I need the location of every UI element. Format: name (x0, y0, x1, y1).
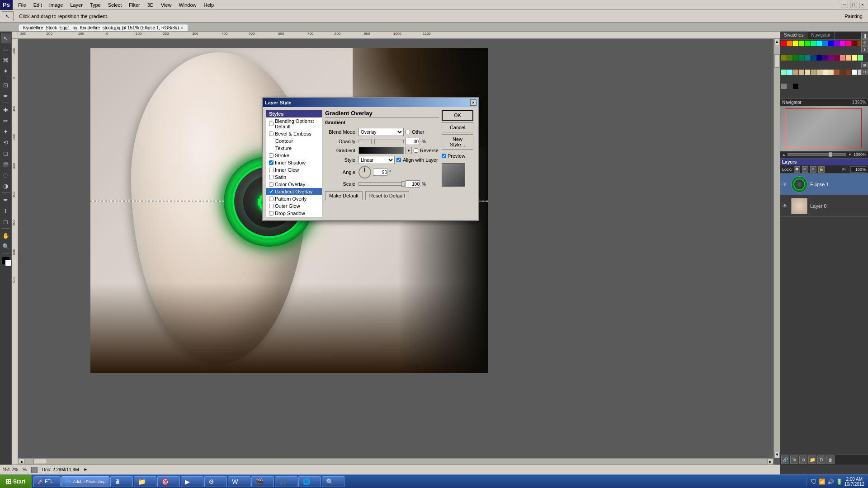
style-item-bevel[interactable]: Bevel & Emboss (266, 130, 322, 137)
taskbar-item-7[interactable]: ⚙ (204, 476, 227, 487)
taskbar-item-ps[interactable]: Ps Adobe Photoshop (61, 476, 109, 487)
swatch-khaki[interactable] (811, 70, 816, 75)
swatch-dark-teal[interactable] (805, 55, 810, 61)
swatch-green[interactable] (805, 41, 810, 46)
style-item-color-overlay[interactable]: Color Overlay (266, 181, 322, 188)
swatch-pink[interactable] (846, 41, 851, 46)
layers-icon-style[interactable]: fx (790, 455, 798, 464)
style-item-gradient-overlay[interactable]: Gradient Overlay (266, 188, 322, 195)
tab-close-button[interactable]: × (181, 26, 183, 30)
menu-help[interactable]: Help (200, 1, 218, 9)
align-layer-checkbox[interactable] (396, 158, 401, 162)
swatch-wine[interactable] (834, 55, 840, 61)
dialog-close-button[interactable]: × (470, 99, 476, 106)
menu-layer[interactable]: Layer (66, 1, 86, 9)
swatch-sand[interactable] (816, 70, 822, 75)
start-button[interactable]: ⊞ Start (0, 475, 32, 488)
swatch-sea-green[interactable] (799, 55, 804, 61)
swatch-red[interactable] (781, 41, 787, 46)
taskbar-item-10[interactable]: 🎵 (275, 476, 297, 487)
style-item-stroke[interactable]: Stroke (266, 152, 322, 159)
minimize-button[interactable]: ─ (841, 2, 848, 8)
taskbar-item-ftl[interactable]: 🚀 FTL (33, 476, 61, 487)
scale-slider-track[interactable] (359, 182, 404, 186)
tool-eyedropper[interactable]: ✒ (1, 91, 11, 101)
tool-heal[interactable]: ✚ (1, 105, 11, 115)
inner-shadow-checkbox[interactable] (269, 160, 274, 165)
style-item-inner-glow[interactable]: Inner Glow (266, 166, 322, 174)
tool-move[interactable]: ↖ (2, 11, 14, 21)
swatch-light-cyan[interactable] (787, 70, 793, 75)
swatch-sienna[interactable] (834, 70, 840, 75)
swatch-skin[interactable] (799, 70, 804, 75)
style-item-pattern-overlay[interactable]: Pattern Overly (266, 195, 322, 202)
taskbar-item-5[interactable]: 🎯 (157, 476, 180, 487)
lock-position[interactable]: ✦ (810, 166, 816, 173)
layers-icon-new[interactable]: 🗋 (817, 455, 826, 464)
fill-value-input[interactable]: 100% (850, 166, 866, 173)
swatch-black[interactable] (793, 84, 798, 89)
foreground-color[interactable] (2, 257, 9, 264)
style-item-inner-shadow[interactable]: Inner Shadow (266, 159, 322, 166)
menu-filter[interactable]: Filter (125, 1, 143, 9)
swatch-dark-green[interactable] (787, 55, 793, 61)
tool-clone[interactable]: ✦ (1, 127, 11, 136)
angle-dial[interactable] (359, 166, 371, 178)
swatch-dark-red[interactable] (852, 41, 857, 46)
tool-history[interactable]: ⟲ (1, 137, 11, 147)
taskbar-item-11[interactable]: 🌐 (298, 476, 321, 487)
style-item-satin[interactable]: Satin (266, 174, 322, 181)
swatch-teal[interactable] (811, 41, 816, 46)
other-checkbox[interactable] (406, 130, 410, 134)
tool-type[interactable]: T (1, 206, 11, 216)
eye-icon-ellipse1[interactable]: 👁 (782, 181, 789, 188)
tool-dodge[interactable]: ◑ (1, 181, 11, 191)
progress-arrow[interactable]: ► (84, 467, 90, 473)
maximize-button[interactable]: □ (850, 2, 857, 8)
swatch-yellow[interactable] (793, 41, 798, 46)
taskbar-item-4[interactable]: 📁 (134, 476, 156, 487)
reset-default-button[interactable]: Reset to Default (365, 191, 409, 200)
tray-icon-volume[interactable]: 🔊 (827, 479, 834, 485)
swatch-ocean[interactable] (811, 55, 816, 61)
swatch-bisque[interactable] (828, 70, 834, 75)
navigator-tab[interactable]: Navigator (807, 32, 835, 39)
inner-glow-checkbox[interactable] (269, 168, 274, 172)
tool-gradient[interactable]: ▤ (1, 159, 11, 169)
tool-magic-wand[interactable]: ✦ (1, 66, 11, 76)
scale-value-input[interactable]: 100 (406, 180, 420, 188)
side-icon-3[interactable]: ℹ (861, 46, 868, 52)
taskbar-item-3[interactable]: 🖥 (110, 476, 133, 487)
swatch-dark-magenta[interactable] (828, 55, 834, 61)
taskbar-item-9[interactable]: 🎬 (251, 476, 274, 487)
tool-move-btn[interactable]: ↖ (1, 33, 11, 43)
satin-checkbox[interactable] (269, 175, 274, 179)
swatch-cyan[interactable] (816, 41, 822, 46)
menu-select[interactable]: Select (104, 1, 126, 9)
swatch-gray[interactable] (781, 84, 787, 89)
preview-checkbox[interactable] (442, 154, 446, 158)
bevel-checkbox[interactable] (269, 131, 274, 136)
swatch-purple[interactable] (834, 41, 840, 46)
cancel-button[interactable]: Cancel (442, 122, 473, 132)
menu-window[interactable]: Window (175, 1, 200, 9)
new-style-button[interactable]: New Style... (442, 134, 473, 150)
style-select[interactable]: Linear Radial Angle Reflected Diamond (359, 156, 395, 164)
blend-mode-select[interactable]: Overlay Normal Multiply Screen (359, 128, 404, 136)
menu-edit[interactable]: Edit (30, 1, 46, 9)
lock-transparent[interactable]: ⚉ (794, 166, 800, 173)
swatch-olive[interactable] (781, 55, 787, 61)
side-icon-2[interactable]: ⟲ (861, 39, 868, 46)
eye-icon-layer0[interactable]: 👁 (782, 203, 789, 209)
lock-all[interactable]: 🔒 (818, 166, 825, 173)
swatch-wheat[interactable] (822, 70, 828, 75)
make-default-button[interactable]: Make Default (325, 191, 363, 200)
gradient-dropdown-btn[interactable]: ▼ (406, 147, 412, 154)
side-icon-5[interactable]: ⊡ (861, 69, 868, 75)
pattern-overlay-checkbox[interactable] (269, 197, 274, 201)
swatch-navy[interactable] (816, 55, 822, 61)
taskbar-item-12[interactable]: 🔍 (322, 476, 344, 487)
tool-marquee[interactable]: ▭ (1, 44, 11, 54)
layers-icon-link[interactable]: 🔗 (781, 455, 789, 464)
opacity-slider-track[interactable] (359, 140, 404, 143)
